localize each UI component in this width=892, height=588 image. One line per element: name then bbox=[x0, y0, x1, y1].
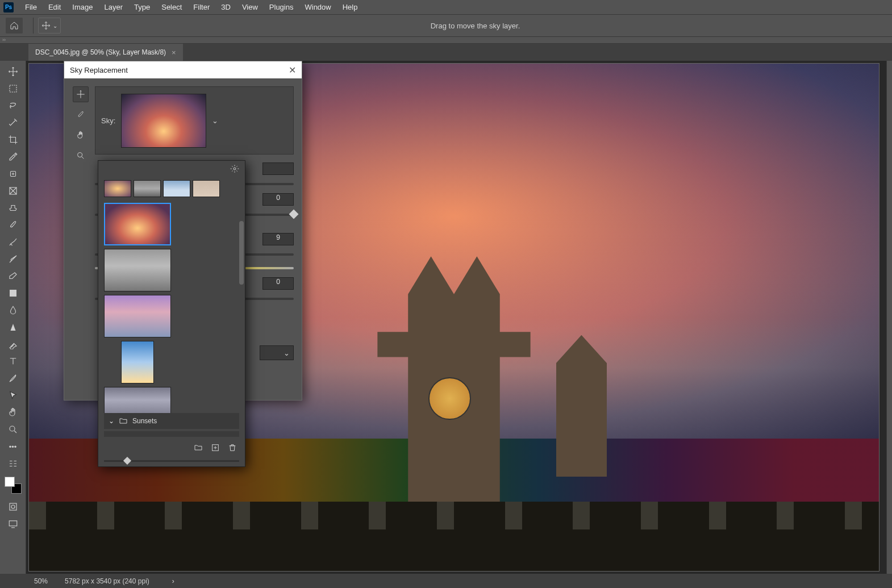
magic-wand-tool[interactable] bbox=[5, 115, 22, 130]
preset-2[interactable] bbox=[104, 249, 171, 291]
path-tool[interactable] bbox=[5, 371, 22, 386]
document-tab-row: DSC_0045.jpg @ 50% (Sky, Layer Mask/8) × bbox=[0, 44, 892, 61]
brush-tool[interactable] bbox=[5, 218, 22, 232]
menu-select[interactable]: Select bbox=[156, 1, 187, 14]
quick-mask-toggle[interactable] bbox=[5, 499, 22, 514]
folder-icon bbox=[119, 416, 128, 426]
svg-rect-3 bbox=[10, 290, 16, 297]
sky-picker[interactable]: Sky: ⌄ bbox=[95, 86, 294, 155]
document-tab-label: DSC_0045.jpg @ 50% (Sky, Layer Mask/8) bbox=[35, 48, 166, 56]
document-tab[interactable]: DSC_0045.jpg @ 50% (Sky, Layer Mask/8) × bbox=[28, 44, 183, 61]
move-tool[interactable] bbox=[5, 64, 22, 79]
menu-image[interactable]: Image bbox=[66, 1, 98, 14]
workspace: ••• Sky Replacement ✕ bbox=[0, 61, 892, 574]
menu-bar: Ps File Edit Image Layer Type Select Fil… bbox=[0, 0, 892, 14]
preset-4[interactable] bbox=[121, 341, 154, 383]
menu-filter[interactable]: Filter bbox=[187, 1, 215, 14]
folder-label: Sunsets bbox=[132, 417, 157, 425]
status-bar: 50% 5782 px x 3540 px (240 ppi) › bbox=[0, 574, 892, 588]
mixer-brush-tool[interactable] bbox=[5, 252, 22, 266]
home-button[interactable] bbox=[6, 18, 23, 34]
blur-tool[interactable] bbox=[5, 303, 22, 318]
crumb-2[interactable] bbox=[134, 180, 161, 197]
dodge-tool[interactable] bbox=[5, 320, 22, 335]
dialog-move-tool[interactable] bbox=[73, 86, 89, 102]
slider5-input[interactable]: 0 bbox=[262, 277, 294, 290]
foreground-color[interactable] bbox=[5, 477, 15, 487]
status-flyout-icon[interactable]: › bbox=[172, 577, 174, 585]
sky-thumbnail bbox=[121, 94, 206, 148]
color-swatches[interactable] bbox=[5, 477, 22, 494]
eraser-tool[interactable] bbox=[5, 269, 22, 283]
thumbnail-size-slider[interactable] bbox=[98, 455, 245, 466]
delete-preset-icon[interactable] bbox=[228, 443, 237, 452]
menu-3d[interactable]: 3D bbox=[215, 1, 236, 14]
svg-point-4 bbox=[10, 426, 15, 431]
zoom-tool[interactable] bbox=[5, 422, 22, 437]
option-hint: Drag to move the sky layer. bbox=[64, 22, 886, 30]
menu-plugins[interactable]: Plugins bbox=[264, 1, 299, 14]
close-tab-icon[interactable]: × bbox=[172, 48, 176, 57]
flyout-breadcrumb bbox=[98, 178, 245, 199]
preset-folder-row[interactable]: ⌄ Sunsets bbox=[104, 413, 239, 429]
screen-mode[interactable] bbox=[5, 516, 22, 531]
svg-point-9 bbox=[234, 168, 236, 170]
type-tool[interactable] bbox=[5, 354, 22, 369]
svg-rect-7 bbox=[9, 521, 17, 526]
pen-tool[interactable] bbox=[5, 337, 22, 352]
marquee-tool[interactable] bbox=[5, 81, 22, 96]
edit-toolbar[interactable] bbox=[5, 456, 22, 471]
right-panel-strip[interactable] bbox=[886, 61, 892, 574]
sky-dropdown-icon[interactable]: ⌄ bbox=[212, 116, 218, 125]
menu-edit[interactable]: Edit bbox=[43, 1, 66, 14]
svg-rect-5 bbox=[10, 503, 16, 510]
gradient-tool[interactable] bbox=[5, 286, 22, 301]
crop-tool[interactable] bbox=[5, 132, 22, 147]
dialog-tools bbox=[72, 86, 89, 392]
output-select[interactable]: ⌄ bbox=[260, 345, 294, 360]
preset-scrollbar[interactable] bbox=[239, 221, 244, 285]
slider3-input[interactable]: 9 bbox=[262, 233, 294, 245]
flyout-footer bbox=[98, 440, 245, 455]
menu-view[interactable]: View bbox=[236, 1, 264, 14]
menu-window[interactable]: Window bbox=[299, 1, 336, 14]
direct-select-tool[interactable] bbox=[5, 388, 22, 403]
more-tools[interactable]: ••• bbox=[5, 439, 22, 454]
crumb-3[interactable] bbox=[163, 180, 190, 197]
crumb-4[interactable] bbox=[193, 180, 220, 197]
crumb-1[interactable] bbox=[104, 180, 131, 197]
slider1-input[interactable] bbox=[262, 162, 294, 175]
status-zoom[interactable]: 50% bbox=[34, 577, 48, 585]
move-tool-indicator[interactable]: ⌄ bbox=[38, 18, 61, 34]
preset-5[interactable] bbox=[104, 387, 171, 413]
dialog-brush-tool[interactable] bbox=[73, 107, 89, 123]
dialog-hand-tool[interactable] bbox=[73, 127, 89, 143]
menu-layer[interactable]: Layer bbox=[99, 1, 129, 14]
menu-file[interactable]: File bbox=[19, 1, 43, 14]
hand-tool[interactable] bbox=[5, 405, 22, 420]
dialog-zoom-tool[interactable] bbox=[73, 148, 89, 164]
menu-help[interactable]: Help bbox=[337, 1, 364, 14]
history-brush-tool[interactable] bbox=[5, 235, 22, 249]
flyout-settings-icon[interactable] bbox=[230, 164, 239, 175]
import-folder-icon[interactable] bbox=[194, 443, 203, 452]
tools-panel: ••• bbox=[0, 61, 26, 574]
lasso-tool[interactable] bbox=[5, 98, 22, 113]
new-preset-icon[interactable] bbox=[211, 443, 220, 452]
app-icon: Ps bbox=[3, 2, 14, 12]
eyedropper-tool[interactable] bbox=[5, 149, 22, 164]
frame-tool[interactable] bbox=[5, 184, 22, 198]
slider2-input[interactable]: 0 bbox=[262, 193, 294, 206]
preset-1[interactable] bbox=[104, 203, 171, 245]
healing-brush-tool[interactable] bbox=[5, 166, 22, 181]
clone-stamp-tool[interactable] bbox=[5, 201, 22, 215]
svg-rect-0 bbox=[10, 85, 16, 92]
options-bar: ⌄ Drag to move the sky layer. bbox=[0, 14, 892, 37]
panel-expand-strip[interactable]: ›› bbox=[0, 37, 892, 44]
preset-folder-row-2[interactable] bbox=[104, 431, 239, 437]
preset-list bbox=[98, 199, 245, 413]
dialog-close-icon[interactable]: ✕ bbox=[289, 65, 296, 76]
preset-3[interactable] bbox=[104, 295, 171, 337]
menu-type[interactable]: Type bbox=[128, 1, 156, 14]
dialog-titlebar[interactable]: Sky Replacement ✕ bbox=[64, 61, 302, 78]
